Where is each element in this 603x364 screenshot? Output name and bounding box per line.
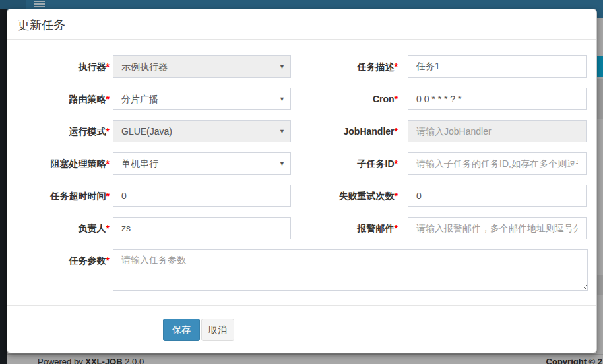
- label-timeout: 任务超时时间*: [7, 185, 110, 207]
- label-task-param: 任务参数*: [7, 249, 110, 272]
- executor-select[interactable]: 示例执行器▼: [113, 55, 291, 78]
- task-description-input[interactable]: [408, 55, 587, 78]
- hamburger-menu-icon[interactable]: [34, 1, 45, 9]
- timeout-input[interactable]: [113, 185, 291, 207]
- label-block-strategy: 阻塞处理策略*: [7, 152, 110, 175]
- glue-type-select[interactable]: GLUE(Java)▼: [113, 120, 291, 142]
- footer-copyright: Copyright © 2: [546, 357, 602, 364]
- sidebar-edge: [0, 9, 7, 364]
- fail-retry-count-input[interactable]: [408, 185, 587, 207]
- cron-input[interactable]: [408, 88, 587, 110]
- route-strategy-select[interactable]: 分片广播▼: [113, 88, 291, 110]
- modal-title: 更新任务: [18, 17, 65, 33]
- alarm-email-input[interactable]: [408, 217, 587, 239]
- label-fail-retry-count: 失败重试次数*: [278, 185, 398, 207]
- modal-footer-divider: [7, 305, 596, 306]
- screen: Powered by XXL-JOB 2.0.0 Copyright © 2 更…: [0, 0, 603, 364]
- background-button-peek: [597, 56, 603, 77]
- label-route-strategy: 路由策略*: [7, 88, 110, 110]
- label-glue-type: 运行模式*: [7, 120, 110, 142]
- label-child-job-id: 子任务ID*: [278, 152, 398, 175]
- label-task-description: 任务描述*: [278, 55, 398, 78]
- label-cron: Cron*: [278, 88, 398, 110]
- update-task-modal: 更新任务 执行器* 示例执行器▼ 任务描述* 路由策略* 分片广播▼ Cron*…: [7, 9, 597, 353]
- cancel-button[interactable]: 取消: [201, 318, 234, 341]
- page-footer: Powered by XXL-JOB 2.0.0 Copyright © 2: [0, 354, 603, 364]
- label-alarm-email: 报警邮件*: [278, 217, 398, 239]
- block-strategy-select[interactable]: 单机串行▼: [113, 152, 291, 175]
- author-input[interactable]: [113, 217, 291, 239]
- label-author: 负责人*: [7, 217, 110, 239]
- save-button[interactable]: 保存: [163, 318, 200, 341]
- footer-powered-by: Powered by XXL-JOB 2.0.0: [38, 357, 144, 364]
- task-param-textarea[interactable]: [113, 249, 588, 291]
- jobhandler-input[interactable]: [408, 120, 587, 142]
- label-jobhandler: JobHandler*: [278, 120, 398, 142]
- child-job-id-input[interactable]: [408, 152, 587, 175]
- modal-header: 更新任务: [7, 9, 596, 40]
- label-executor: 执行器*: [7, 55, 110, 78]
